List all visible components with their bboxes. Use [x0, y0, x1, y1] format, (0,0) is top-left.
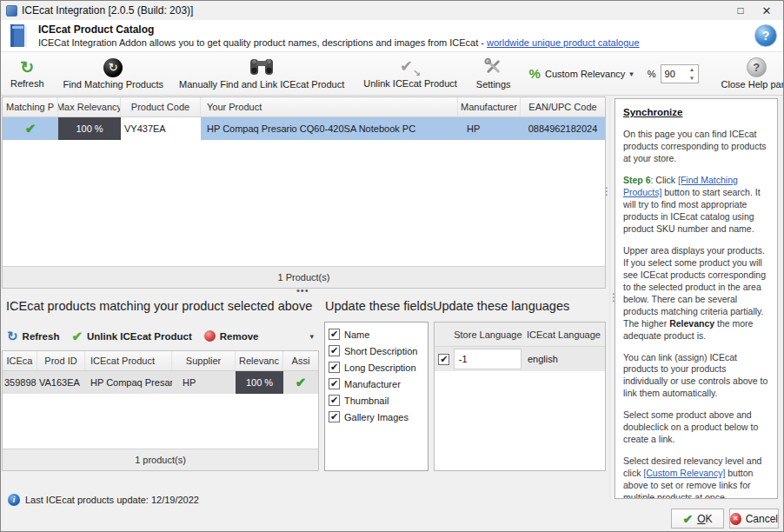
field-option-long-description[interactable]: ✔ Long Description — [329, 359, 428, 376]
help-paragraph: Select some product above and doubleclic… — [623, 409, 770, 446]
custom-relevancy-button[interactable]: % Custom Relevancy ▾ — [522, 53, 641, 94]
checkbox-checked-icon[interactable]: ✔ — [329, 362, 340, 373]
header-text: ICEcat Product Catalog ICECat Integratio… — [38, 22, 640, 48]
refresh-button[interactable]: ↻ Refresh — [3, 53, 52, 94]
help-icon[interactable]: ? — [754, 24, 777, 47]
help-paragraph: On this page you can find ICEcat product… — [623, 129, 770, 165]
language-row[interactable]: ✔ -1 english — [435, 347, 605, 371]
prod-id-cell[interactable]: VA163EA — [37, 371, 85, 394]
assigned-check-icon: ✔ — [296, 375, 307, 390]
col-manufacturer[interactable]: Manufacturer — [458, 97, 521, 116]
col-icecat-product[interactable]: ICEcat Product — [85, 351, 172, 370]
toolbar-overflow-icon[interactable]: ▾ — [309, 332, 314, 341]
field-option-short-description[interactable]: ✔ Short Description — [329, 342, 428, 359]
icecat-product-cell[interactable]: HP Compaq Presario — [85, 371, 172, 394]
match-row[interactable]: 359898 VA163EA HP Compaq Presario HP 100… — [3, 371, 318, 394]
settings-button[interactable]: Settings — [468, 53, 519, 94]
relevancy-spinner-group: % 90 ▲ ▼ — [641, 53, 706, 94]
col-assigned[interactable]: Assi — [283, 351, 318, 370]
matches-unlink-button[interactable]: ✔ Unlink ICEcat Product — [67, 327, 196, 346]
custom-relevancy-link[interactable]: [Custom Relevancy] — [643, 468, 725, 478]
relevancy-input[interactable]: 90 — [661, 65, 687, 83]
help-paragraph: You can link (assign) ICEcat products to… — [623, 352, 770, 401]
field-option-name[interactable]: ✔ Name — [329, 326, 428, 342]
field-option-manufacturer[interactable]: ✔ Manufacturer — [329, 376, 428, 392]
last-update-text: Last ICEcat products update: 12/19/2022 — [25, 495, 199, 505]
ok-button[interactable]: ✔ OK — [671, 509, 724, 529]
col-icecat-id[interactable]: ICEca — [3, 351, 37, 370]
status-bar: i Last ICEcat products update: 12/19/202… — [8, 494, 199, 506]
checkbox-checked-icon[interactable]: ✔ — [438, 354, 449, 365]
refresh-icon: ↻ — [20, 59, 34, 76]
icecat-integration-window: ICEcat Integration [2.0.5 (Build: 203)] … — [0, 0, 784, 532]
product-row[interactable]: ✔ 100 % VY437EA HP Compaq Presario CQ60-… — [3, 117, 605, 140]
vertical-splitter-grip[interactable]: ⋮ — [601, 185, 612, 197]
step6-label: Step 6 — [623, 175, 651, 185]
field-label[interactable]: Thumbnail — [344, 396, 389, 406]
store-language-cell[interactable]: -1 — [454, 349, 522, 369]
col-your-product[interactable]: Your Product — [201, 97, 458, 116]
checkbox-checked-icon[interactable]: ✔ — [329, 411, 340, 422]
max-relevancy-cell[interactable]: 100 % — [58, 117, 121, 140]
matches-refresh-button[interactable]: ↻ Refresh — [3, 327, 63, 346]
ok-label: OK — [697, 513, 712, 525]
matches-grid-header: ICEca Prod ID ICEcat Product Supplier Re… — [3, 351, 318, 371]
icecat-language-cell[interactable]: english — [522, 354, 605, 364]
icecat-id-cell[interactable]: 359898 — [3, 371, 37, 394]
spinner-up-icon[interactable]: ▲ — [687, 65, 698, 74]
help-text: Select some product above and doubleclic… — [623, 409, 758, 444]
field-option-gallery-images[interactable]: ✔ Gallery Images — [329, 409, 428, 425]
col-store-language[interactable]: Store Language — [454, 329, 522, 340]
col-supplier[interactable]: Supplier — [172, 351, 236, 370]
close-help-pane-button[interactable]: ? Close Help pane — [709, 53, 784, 94]
col-ean-upc[interactable]: EAN/UPC Code — [521, 97, 605, 116]
help-pane: Synchronize On this page you can find IC… — [615, 98, 778, 499]
catalog-link[interactable]: worldwide unique product catalogue — [487, 37, 640, 48]
catalog-book-icon — [8, 23, 30, 52]
pane-divider — [609, 98, 610, 498]
matches-toolbar: ↻ Refresh ✔ Unlink ICEcat Product Remove… — [3, 324, 319, 348]
col-prod-id[interactable]: Prod ID — [37, 351, 85, 370]
col-relevancy[interactable]: Relevanc — [236, 351, 283, 370]
title-bar: ICEcat Integration [2.0.5 (Build: 203)] … — [1, 1, 783, 20]
help-title: Synchronize — [623, 106, 770, 119]
app-icon — [6, 5, 17, 17]
col-product-code[interactable]: Product Code — [121, 97, 201, 116]
matches-remove-button[interactable]: Remove — [200, 329, 263, 343]
product-code-cell[interactable]: VY437EA — [121, 117, 201, 140]
spinner-down-icon[interactable]: ▼ — [687, 74, 698, 83]
field-label[interactable]: Manufacturer — [344, 379, 401, 389]
matching-cell[interactable]: ✔ — [3, 117, 58, 140]
manually-find-link-button[interactable]: Manually Find and Link ICEcat Product — [171, 53, 352, 94]
col-matching[interactable]: Matching P — [3, 97, 58, 116]
matching-check-icon: ✔ — [25, 121, 37, 136]
field-label[interactable]: Gallery Images — [344, 412, 409, 422]
unlink-product-button[interactable]: ✔ ↘ Unlink ICEcat Product — [355, 53, 465, 94]
assigned-cell[interactable]: ✔ — [283, 371, 318, 394]
your-product-cell[interactable]: HP Compaq Presario CQ60-420SA Notebook P… — [201, 117, 458, 140]
store-language-cell-wrap: -1 — [454, 349, 522, 369]
page-subtitle: ICECat Integration Addon allows you to g… — [38, 37, 640, 48]
maximize-button[interactable]: □ — [728, 2, 754, 19]
checkbox-checked-icon[interactable]: ✔ — [329, 329, 340, 340]
col-icecat-language[interactable]: ICEcat Language — [522, 329, 605, 340]
close-button[interactable]: ✕ — [754, 2, 780, 19]
horizontal-splitter-grip[interactable]: ••• — [296, 285, 309, 296]
settings-label: Settings — [476, 79, 511, 90]
ean-upc-cell[interactable]: 0884962182024 — [521, 117, 605, 140]
refresh-label: Refresh — [10, 78, 44, 89]
field-label[interactable]: Long Description — [344, 362, 416, 373]
checkbox-checked-icon[interactable]: ✔ — [329, 378, 340, 389]
relevancy-cell[interactable]: 100 % — [236, 371, 283, 394]
col-max-relevancy[interactable]: Max Relevancy — [58, 97, 121, 116]
matches-panel-title: ICEcat products matching your product se… — [6, 299, 312, 313]
find-matching-products-button[interactable]: ↻ Find Matching Products — [56, 53, 172, 94]
manufacturer-cell[interactable]: HP — [458, 117, 521, 140]
field-label[interactable]: Name — [344, 329, 369, 340]
checkbox-checked-icon[interactable]: ✔ — [329, 345, 340, 356]
supplier-cell[interactable]: HP — [172, 371, 236, 394]
checkbox-checked-icon[interactable]: ✔ — [329, 395, 340, 406]
field-option-thumbnail[interactable]: ✔ Thumbnail — [329, 392, 428, 409]
field-label[interactable]: Short Description — [344, 346, 417, 356]
cancel-button[interactable]: ✕ Cancel — [729, 509, 779, 529]
